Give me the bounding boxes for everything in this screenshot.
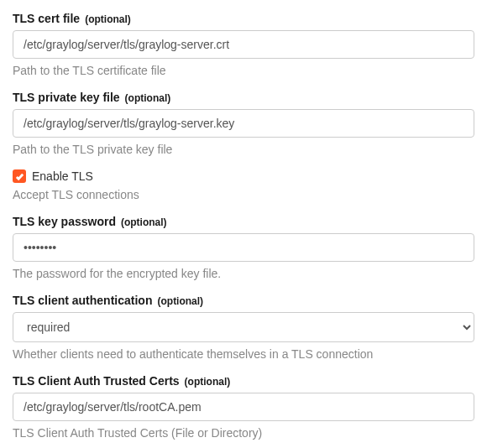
enable-tls-label: Enable TLS xyxy=(32,169,93,183)
optional-tag: (optional) xyxy=(157,295,203,307)
tls-cert-file-help: Path to the TLS certificate file xyxy=(13,64,474,77)
label-row: TLS private key file (optional) xyxy=(13,91,474,104)
tls-client-auth-certs-input[interactable] xyxy=(13,393,474,421)
tls-client-auth-help: Whether clients need to authenticate the… xyxy=(13,347,474,361)
tls-cert-file-input[interactable] xyxy=(13,30,474,59)
tls-private-key-file-help: Path to the TLS private key file xyxy=(13,143,474,156)
tls-client-auth-certs-label: TLS Client Auth Trusted Certs xyxy=(13,374,180,388)
tls-client-auth-label: TLS client authentication xyxy=(13,294,152,307)
tls-private-key-file-group: TLS private key file (optional) Path to … xyxy=(13,91,474,156)
tls-key-password-group: TLS key password (optional) The password… xyxy=(13,215,474,280)
tls-key-password-input[interactable] xyxy=(13,233,474,262)
enable-tls-checkbox[interactable] xyxy=(13,169,26,183)
tls-client-auth-certs-group: TLS Client Auth Trusted Certs (optional)… xyxy=(13,374,474,440)
label-row: TLS client authentication (optional) xyxy=(13,294,474,307)
checkmark-icon xyxy=(15,172,24,181)
optional-tag: (optional) xyxy=(185,376,231,388)
tls-cert-file-group: TLS cert file (optional) Path to the TLS… xyxy=(13,12,474,77)
tls-key-password-label: TLS key password xyxy=(13,215,116,228)
tls-private-key-file-input[interactable] xyxy=(13,109,474,138)
enable-tls-help: Accept TLS connections xyxy=(13,188,474,201)
tls-private-key-file-label: TLS private key file xyxy=(13,91,120,104)
checkbox-row: Enable TLS xyxy=(13,169,474,183)
label-row: TLS Client Auth Trusted Certs (optional) xyxy=(13,374,474,388)
tls-cert-file-label: TLS cert file xyxy=(13,12,80,25)
tls-key-password-help: The password for the encrypted key file. xyxy=(13,267,474,280)
tls-client-auth-select[interactable]: required xyxy=(13,312,474,342)
tls-client-auth-group: TLS client authentication (optional) req… xyxy=(13,294,474,361)
tls-client-auth-certs-help: TLS Client Auth Trusted Certs (File or D… xyxy=(13,426,474,440)
optional-tag: (optional) xyxy=(125,92,171,104)
label-row: TLS cert file (optional) xyxy=(13,12,474,25)
optional-tag: (optional) xyxy=(85,13,131,25)
enable-tls-group: Enable TLS Accept TLS connections xyxy=(13,169,474,201)
label-row: TLS key password (optional) xyxy=(13,215,474,228)
optional-tag: (optional) xyxy=(121,216,167,228)
